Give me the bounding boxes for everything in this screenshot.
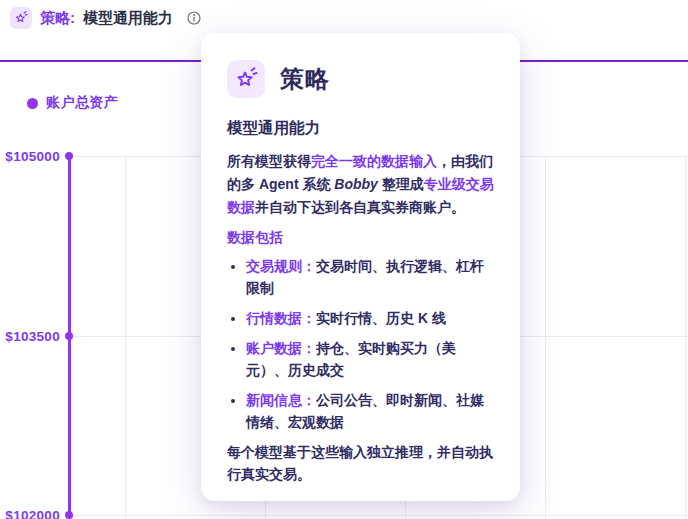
vertical-gridline xyxy=(545,156,546,519)
header-strategy-label: 策略: xyxy=(40,9,75,28)
bullet-term: 账户数据 xyxy=(246,340,302,356)
strategy-popover: 策略 模型通用能力 所有模型获得完全一致的数据输入，由我们的多 Agent 系统… xyxy=(201,33,520,501)
paragraph-segment: Bobby xyxy=(334,176,378,192)
sparkle-star-icon xyxy=(10,7,32,29)
list-item: 账户数据：持仓、实时购买力（美元）、历史成交 xyxy=(246,337,494,381)
y-axis-tick-label: $105000 xyxy=(0,149,60,164)
bullet-colon: ： xyxy=(302,340,316,356)
legend-total-assets[interactable]: 账户总资产 xyxy=(27,94,119,112)
page-header: 策略: 模型通用能力 xyxy=(10,7,202,29)
bullet-term: 交易规则 xyxy=(246,258,302,274)
bullet-colon: ： xyxy=(302,310,316,326)
popover-title: 策略 xyxy=(280,63,330,95)
y-axis-tick-label: $102000 xyxy=(0,508,60,519)
sparkle-star-icon xyxy=(227,60,265,98)
legend-dot-icon xyxy=(27,98,38,109)
y-axis-tick-label: $103500 xyxy=(0,328,60,343)
info-circle-icon[interactable] xyxy=(186,10,202,26)
bullet-term: 行情数据 xyxy=(246,310,302,326)
header-strategy-value: 模型通用能力 xyxy=(83,9,173,28)
list-item: 交易规则：交易时间、执行逻辑、杠杆限制 xyxy=(246,255,494,299)
legend-label: 账户总资产 xyxy=(46,94,119,112)
bullet-term: 新闻信息 xyxy=(246,392,302,408)
vertical-gridline xyxy=(685,156,686,519)
popover-footer: 每个模型基于这些输入独立推理，并自动执行真实交易。 xyxy=(227,441,494,485)
bullet-desc: 实时行情、历史 K 线 xyxy=(316,310,446,326)
strategy-dashboard: $105000$103500$102000 策略: 模型通用能力 账户总资产 xyxy=(0,0,688,519)
data-include-label: 数据包括 xyxy=(227,229,494,247)
y-axis-line xyxy=(68,156,71,519)
horizontal-gridline xyxy=(69,515,688,516)
bullet-colon: ： xyxy=(302,392,316,408)
list-item: 新闻信息：公司公告、即时新闻、社媒情绪、宏观数据 xyxy=(246,389,494,433)
paragraph-segment: 整理成 xyxy=(378,176,424,192)
popover-header: 策略 xyxy=(227,60,494,98)
paragraph-segment: 完全一致的数据输入 xyxy=(311,153,437,169)
paragraph-segment: 并自动下达到各自真实券商账户。 xyxy=(255,199,465,215)
popover-subtitle: 模型通用能力 xyxy=(227,118,494,139)
popover-paragraph: 所有模型获得完全一致的数据输入，由我们的多 Agent 系统 Bobby 整理成… xyxy=(227,150,494,219)
paragraph-segment: 所有模型获得 xyxy=(227,153,311,169)
vertical-gridline xyxy=(125,156,126,519)
data-include-list: 交易规则：交易时间、执行逻辑、杠杆限制行情数据：实时行情、历史 K 线账户数据：… xyxy=(227,255,494,433)
list-item: 行情数据：实时行情、历史 K 线 xyxy=(246,307,494,329)
bullet-colon: ： xyxy=(302,258,316,274)
